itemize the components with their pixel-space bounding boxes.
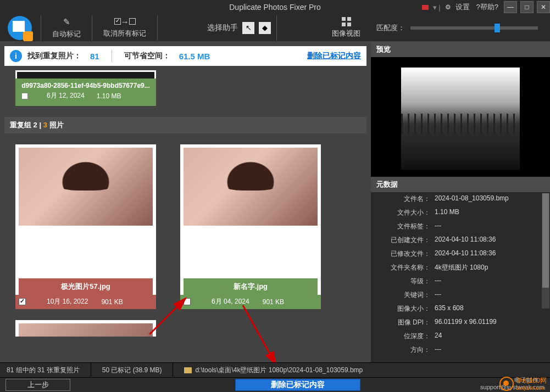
maximize-button[interactable]: □ [520,1,534,13]
metadata-key: 位深度： [375,332,435,341]
select-assistant-label: 选择助手 [207,23,238,33]
close-button[interactable]: ✕ [537,1,550,13]
save-label: 可节省空间： [124,51,170,61]
image-view-button[interactable]: 图像视图 [326,15,366,41]
metadata-value: --- [435,345,546,355]
metadata-row: 图像 DPI：96.01199 x 96.01199 [371,316,550,329]
thumbnail [15,70,156,79]
metadata-key: 等级： [375,277,435,286]
summary-bar: i 找到重复照片： 81 可节省空间： 61.5 MB 删除已标记内容 [4,46,366,66]
watermark: 单机100网 danji100.com [499,376,547,391]
scrollbar[interactable] [542,193,549,309]
wand-icon: ✎ [63,17,70,27]
folder-icon [184,367,192,373]
metadata-value: 635 x 608 [435,304,546,313]
metadata-key: 文件大小： [375,208,435,217]
metadata-value: 24 [435,332,546,341]
metadata-key: 图像 DPI： [375,318,435,327]
metadata-row: 图像大小：635 x 608 [371,302,550,316]
metadata-value: --- [435,277,546,286]
filename: 极光图片57.jpg [21,282,151,292]
group-count: 3 [43,121,47,129]
photo-card[interactable]: 新名字.jpg 6月 04, 2024 901 KB [180,144,321,309]
metadata-row: 文件名：2024-01-08_103059.bmp [371,192,550,206]
metadata-row: 已创建文件：2024-04-10 11:08:36 [371,233,550,247]
preview-image [401,68,520,170]
metadata-key: 已修改文件： [375,249,435,259]
metadata-key: 方向： [375,345,435,355]
match-panel: 匹配度： [371,14,550,42]
group-header: 重复组 2 | 3 照片 [4,117,366,133]
item-date: 6月 04, 2024 [212,297,249,306]
app-logo [4,15,35,41]
minimize-button[interactable]: — [504,1,517,13]
metadata-row: 文件大小：1.10 MB [371,206,550,220]
status-bar: 81 组中的 31 张重复照片 50 已标记 (38.9 MB) d:\tool… [0,362,550,378]
metadata-value: 4k壁纸图片 1080p [435,263,546,272]
grid-icon [342,17,351,26]
unmark-all-label: 取消所有标记 [103,29,146,38]
metadata-row: 文件夹名称：4k壁纸图片 1080p [371,261,550,275]
metadata-key: 图像大小： [375,304,435,313]
next-group-item[interactable] [15,320,156,337]
metadata-table: 文件名：2024-01-08_103059.bmp文件大小：1.10 MB文件标… [371,192,550,362]
metadata-value: 2024-04-10 11:08:36 [435,236,546,245]
metadata-key: 已创建文件： [375,236,435,245]
preview-header: 预览 [371,42,550,57]
status-groups: 81 组中的 31 张重复照片 [7,366,80,375]
delete-marked-link[interactable]: 删除已标记内容 [307,51,361,61]
item-date: 6月 12, 2024 [47,91,85,100]
status-path: d:\tools\桌面\4k壁纸图片 1080p\2024-01-08_1030… [195,366,363,375]
item-checkbox[interactable] [184,298,191,305]
watermark-icon [499,377,514,391]
metadata-row: 关键词：--- [371,288,550,302]
item-size: 901 KB [263,298,284,306]
photo-card[interactable]: 极光图片57.jpg 10月 16, 2022 901 KB [15,144,156,309]
results-pane: i 找到重复照片： 81 可节省空间： 61.5 MB 删除已标记内容 d997… [0,42,371,362]
scrollbar-thumb[interactable] [542,193,549,288]
flag-icon[interactable] [422,5,429,10]
image-view-label: 图像视图 [332,29,360,38]
found-count: 81 [90,52,99,61]
assistant-tool-2[interactable]: ◆ [259,22,271,34]
save-size: 61.5 MB [179,52,210,61]
filename: d9973a80-2856-11ef-94b5-9bbd57677e9... [18,82,153,89]
thumbnail [19,148,153,226]
item-size: 1.10 MB [97,92,121,100]
delete-marked-button[interactable]: 删除已标记内容 [235,379,360,391]
metadata-key: 关键词： [375,290,435,300]
help-link[interactable]: ?帮助? [474,2,501,12]
metadata-row: 方向：--- [371,343,550,357]
match-label: 匹配度： [376,23,405,33]
metadata-header: 元数据 [371,177,550,192]
metadata-value: --- [435,290,546,300]
metadata-value: 1.10 MB [435,208,546,217]
thumbnail [184,148,318,226]
checkbox-icon: → [114,17,136,26]
info-icon: i [10,50,22,62]
assistant-tool-1[interactable]: ↖ [242,22,254,34]
item-checkbox[interactable] [21,93,28,99]
slider-handle[interactable] [495,24,500,32]
unmark-all-button[interactable]: → 取消所有标记 [98,15,152,41]
footer-bar: 上一步 删除已标记内容 电子邮件： support@systweak.com [0,378,550,392]
match-slider[interactable] [410,26,538,30]
found-label: 找到重复照片： [27,51,81,61]
metadata-key: 文件夹名称： [375,263,435,272]
item-size: 901 KB [101,298,123,306]
item-date: 10月 16, 2022 [47,297,88,306]
auto-mark-label: 自动标记 [52,29,81,39]
auto-mark-button[interactable]: ✎ 自动标记 [47,15,86,41]
back-button[interactable]: 上一步 [5,379,70,391]
metadata-row: 文件标签：--- [371,220,550,233]
previous-group-item[interactable]: d9973a80-2856-11ef-94b5-9bbd57677e9... 6… [15,70,156,106]
metadata-key: 文件名： [375,194,435,204]
filename: 新名字.jpg [186,282,315,292]
metadata-row: 位深度：24 [371,329,550,343]
preview-box [371,57,550,177]
metadata-key: 文件标签： [375,222,435,231]
metadata-value: --- [435,222,546,231]
gear-icon[interactable]: ⚙ [445,3,451,11]
item-checkbox[interactable] [19,298,26,305]
settings-link[interactable]: 设置 [453,2,472,12]
